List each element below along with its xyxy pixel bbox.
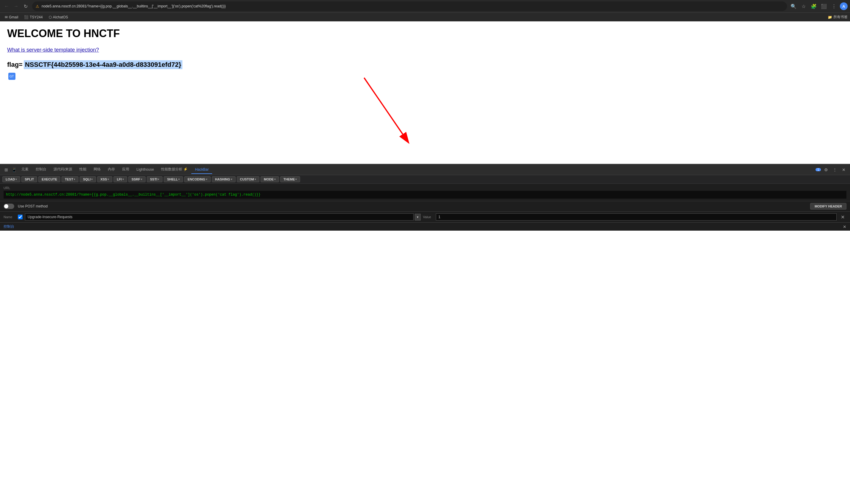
error-badge: 1 [816,168,821,171]
ssrf-button[interactable]: SSRF ▾ [128,176,145,182]
back-button[interactable]: ← [2,2,11,11]
extensions-button[interactable]: 🧩 [810,2,818,11]
tab-network[interactable]: 网络 [90,165,104,174]
browser-actions: 🔍 ☆ 🧩 ⬛ ⋮ A [790,2,848,11]
inspect-element-icon[interactable]: ⊞ [2,166,10,174]
settings-icon[interactable]: ⚙ [822,166,830,174]
shell-button[interactable]: SHELL ▾ [164,176,183,182]
post-label: Use POST method [18,204,48,209]
flag-value[interactable]: NSSCTF{44b25598-13e4-4aa9-a0d8-d833091ef… [24,60,183,69]
tab-hackbar[interactable]: HackBar [191,166,212,174]
load-dropdown-arrow: ▾ [15,178,17,181]
address-bar[interactable]: ⚠ [32,1,787,11]
page-title: WELCOME TO HNCTF [7,27,843,40]
header-name-container: ▾ [25,213,421,220]
header-row: Name ▾ Value ✕ [0,212,850,222]
header-value-label: Value [423,215,433,219]
reload-button[interactable]: ↻ [21,2,30,11]
status-close-button[interactable]: ✕ [843,224,847,229]
bookmark-aichatos[interactable]: ⬡ AIchatOS [46,15,70,20]
close-devtools-icon[interactable]: ✕ [840,166,848,174]
header-name-dropdown[interactable]: ▾ [415,214,421,220]
ssti-button[interactable]: SSTI ▾ [147,176,162,182]
execute-button[interactable]: EXECUTE [38,176,60,182]
more-options-icon[interactable]: ⋮ [831,166,839,174]
shell-dropdown-arrow: ▾ [178,178,180,181]
post-section: Use POST method MODIFY HEADER [0,201,850,212]
annotation-arrow [0,21,850,164]
bookmarks-bar: ✉ Gmail ⬛ TSY244 ⬡ AIchatOS 📁 所有书签 [0,13,850,21]
tab-sources[interactable]: 源代码/来源 [50,165,76,174]
star-button[interactable]: ☆ [799,2,808,11]
tab-console[interactable]: 控制台 [32,165,50,174]
xss-button[interactable]: XSS ▾ [97,176,112,182]
tsy244-icon: ⬛ [24,15,29,19]
svg-text:T: T [12,74,14,78]
tab-performance[interactable]: 性能 [76,165,90,174]
mode-dropdown-arrow: ▾ [274,178,276,181]
header-value-input[interactable] [436,213,837,220]
encoding-button[interactable]: ENCODING ▾ [184,176,210,182]
profile-avatar[interactable]: A [840,2,848,10]
nav-buttons: ← → ↻ [2,2,30,11]
sqli-button[interactable]: SQLI ▾ [80,176,96,182]
browser-toolbar: ← → ↻ ⚠ 🔍 ☆ 🧩 ⬛ ⋮ A [0,0,850,13]
tab-memory[interactable]: 内存 [104,165,119,174]
folder-icon: 📁 [828,15,832,19]
xss-dropdown-arrow: ▾ [107,178,109,181]
ssrf-dropdown-arrow: ▾ [141,178,142,181]
hashing-button[interactable]: HASHING ▾ [212,176,236,182]
encoding-dropdown-arrow: ▾ [206,178,207,181]
bookmark-gmail[interactable]: ✉ Gmail [2,15,20,20]
toggle-slider [3,204,14,209]
devtools-tabs: ⊞ 📱 元素 控制台 源代码/来源 性能 网络 内存 应用 Lighthouse… [0,164,850,175]
hackbar-url-input[interactable] [3,191,847,199]
load-button[interactable]: LOAD ▾ [2,176,20,182]
status-bar: 控制台 ✕ [0,222,850,231]
split-button[interactable]: SPLIT [21,176,37,182]
bookmark-tsy244[interactable]: ⬛ TSY244 [22,15,45,20]
translate-icon[interactable]: G T [7,72,17,81]
dock-button[interactable]: ⬛ [820,2,828,11]
tab-performance-insights[interactable]: 性能数据分析 ⚡ [157,165,191,174]
search-button[interactable]: 🔍 [790,2,798,11]
security-warning-icon: ⚠ [36,4,39,8]
ssti-link[interactable]: What is server-side template injection? [7,47,843,53]
forward-button[interactable]: → [12,2,20,11]
flag-prefix: flag= [7,61,22,69]
header-close-button[interactable]: ✕ [839,214,847,220]
aichatos-icon: ⬡ [49,15,52,19]
hackbar-content: LOAD ▾ SPLIT EXECUTE TEST ▾ SQLI ▾ XSS ▾ [0,175,850,222]
theme-button[interactable]: THEME ▾ [280,176,300,182]
modify-header-button[interactable]: MODIFY HEADER [810,203,847,210]
sqli-dropdown-arrow: ▾ [91,178,93,181]
device-toolbar-icon[interactable]: 📱 [10,166,18,174]
hackbar-toolbar: LOAD ▾ SPLIT EXECUTE TEST ▾ SQLI ▾ XSS ▾ [0,175,850,184]
status-console-label[interactable]: 控制台 [3,224,14,229]
bookmarks-folder[interactable]: 📁 所有书签 [828,15,848,20]
devtools-panel: ⊞ 📱 元素 控制台 源代码/来源 性能 网络 内存 应用 Lighthouse… [0,164,850,222]
header-name-input[interactable] [25,213,414,220]
custom-dropdown-arrow: ▾ [255,178,256,181]
tab-lighthouse[interactable]: Lighthouse [133,166,157,174]
menu-button[interactable]: ⋮ [830,2,838,11]
hashing-dropdown-arrow: ▾ [231,178,232,181]
url-input[interactable] [41,4,783,8]
url-label: URL [3,186,847,190]
ssti-dropdown-arrow: ▾ [158,178,159,181]
test-button[interactable]: TEST ▾ [62,176,79,182]
lfi-button[interactable]: LFI ▾ [114,176,127,182]
test-dropdown-arrow: ▾ [74,178,75,181]
browser-chrome: ← → ↻ ⚠ 🔍 ☆ 🧩 ⬛ ⋮ A ✉ Gmail ⬛ TSY244 ⬡ A… [0,0,850,21]
lfi-dropdown-arrow: ▾ [122,178,124,181]
post-toggle-switch[interactable] [3,204,14,209]
mode-button[interactable]: MODE ▾ [261,176,279,182]
tab-elements[interactable]: 元素 [18,165,32,174]
header-enabled-checkbox[interactable] [18,215,22,219]
custom-button[interactable]: CUSTOM ▾ [237,176,259,182]
tab-application[interactable]: 应用 [119,165,133,174]
svg-line-5 [364,78,403,134]
gmail-icon: ✉ [5,15,8,19]
flag-line: flag=NSSCTF{44b25598-13e4-4aa9-a0d8-d833… [7,60,843,69]
page-content: WELCOME TO HNCTF What is server-side tem… [0,21,850,164]
